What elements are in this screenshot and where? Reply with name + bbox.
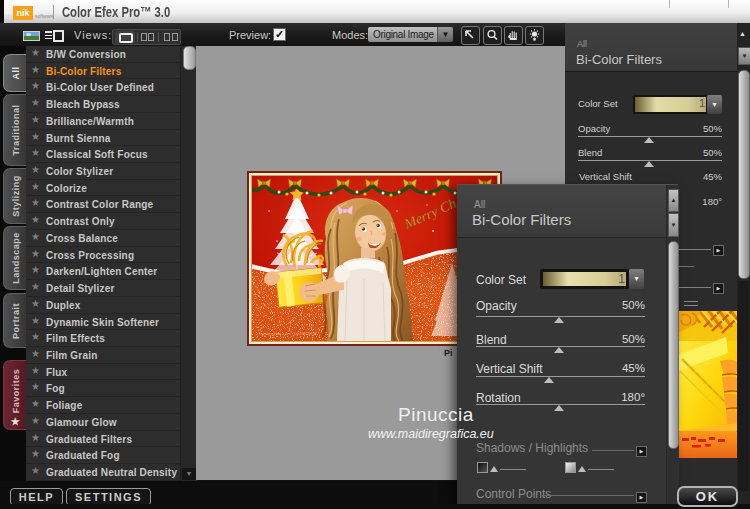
svg-text:Dreamstime.com - Id 35118736: Dreamstime.com - Id 35118736: [259, 331, 318, 336]
